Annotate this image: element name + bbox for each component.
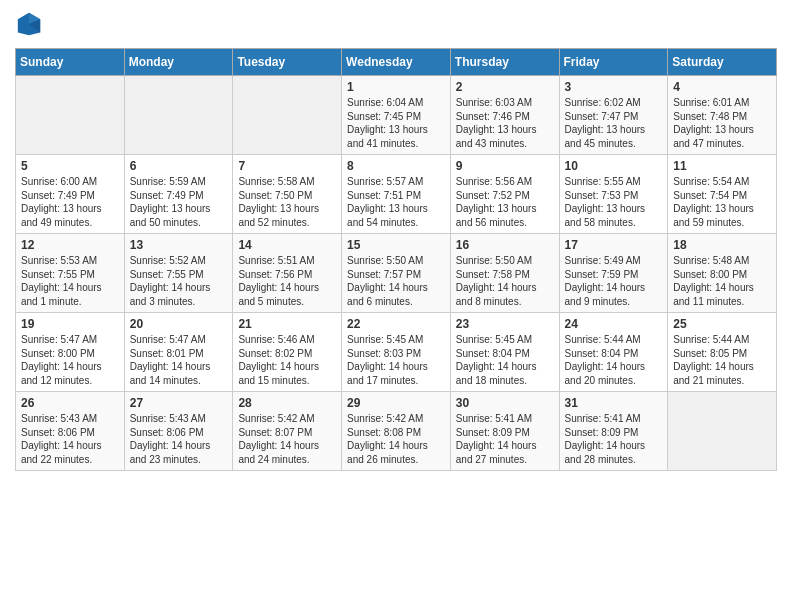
calendar-cell: 31Sunrise: 5:41 AM Sunset: 8:09 PM Dayli…	[559, 392, 668, 471]
day-number: 18	[673, 238, 771, 252]
calendar-cell: 23Sunrise: 5:45 AM Sunset: 8:04 PM Dayli…	[450, 313, 559, 392]
calendar-cell: 1Sunrise: 6:04 AM Sunset: 7:45 PM Daylig…	[342, 76, 451, 155]
calendar-cell	[668, 392, 777, 471]
day-number: 3	[565, 80, 663, 94]
day-info: Sunrise: 5:49 AM Sunset: 7:59 PM Dayligh…	[565, 254, 663, 308]
day-number: 28	[238, 396, 336, 410]
calendar-cell: 30Sunrise: 5:41 AM Sunset: 8:09 PM Dayli…	[450, 392, 559, 471]
day-info: Sunrise: 5:45 AM Sunset: 8:04 PM Dayligh…	[456, 333, 554, 387]
day-number: 2	[456, 80, 554, 94]
day-info: Sunrise: 5:52 AM Sunset: 7:55 PM Dayligh…	[130, 254, 228, 308]
day-info: Sunrise: 6:02 AM Sunset: 7:47 PM Dayligh…	[565, 96, 663, 150]
day-info: Sunrise: 5:55 AM Sunset: 7:53 PM Dayligh…	[565, 175, 663, 229]
day-number: 11	[673, 159, 771, 173]
calendar-cell: 6Sunrise: 5:59 AM Sunset: 7:49 PM Daylig…	[124, 155, 233, 234]
calendar-cell: 13Sunrise: 5:52 AM Sunset: 7:55 PM Dayli…	[124, 234, 233, 313]
day-info: Sunrise: 5:50 AM Sunset: 7:57 PM Dayligh…	[347, 254, 445, 308]
day-number: 15	[347, 238, 445, 252]
day-number: 16	[456, 238, 554, 252]
calendar-cell: 16Sunrise: 5:50 AM Sunset: 7:58 PM Dayli…	[450, 234, 559, 313]
calendar-week-row: 19Sunrise: 5:47 AM Sunset: 8:00 PM Dayli…	[16, 313, 777, 392]
day-number: 1	[347, 80, 445, 94]
day-number: 30	[456, 396, 554, 410]
day-info: Sunrise: 5:50 AM Sunset: 7:58 PM Dayligh…	[456, 254, 554, 308]
day-info: Sunrise: 5:54 AM Sunset: 7:54 PM Dayligh…	[673, 175, 771, 229]
day-number: 19	[21, 317, 119, 331]
logo-icon	[15, 10, 43, 38]
calendar-cell: 25Sunrise: 5:44 AM Sunset: 8:05 PM Dayli…	[668, 313, 777, 392]
calendar-week-row: 1Sunrise: 6:04 AM Sunset: 7:45 PM Daylig…	[16, 76, 777, 155]
calendar-cell: 3Sunrise: 6:02 AM Sunset: 7:47 PM Daylig…	[559, 76, 668, 155]
calendar-week-row: 26Sunrise: 5:43 AM Sunset: 8:06 PM Dayli…	[16, 392, 777, 471]
day-info: Sunrise: 6:03 AM Sunset: 7:46 PM Dayligh…	[456, 96, 554, 150]
day-number: 29	[347, 396, 445, 410]
calendar-table: SundayMondayTuesdayWednesdayThursdayFrid…	[15, 48, 777, 471]
day-info: Sunrise: 5:41 AM Sunset: 8:09 PM Dayligh…	[565, 412, 663, 466]
day-number: 6	[130, 159, 228, 173]
day-number: 21	[238, 317, 336, 331]
calendar-cell: 14Sunrise: 5:51 AM Sunset: 7:56 PM Dayli…	[233, 234, 342, 313]
calendar-cell: 20Sunrise: 5:47 AM Sunset: 8:01 PM Dayli…	[124, 313, 233, 392]
calendar-cell	[124, 76, 233, 155]
day-number: 7	[238, 159, 336, 173]
day-info: Sunrise: 5:44 AM Sunset: 8:04 PM Dayligh…	[565, 333, 663, 387]
day-info: Sunrise: 5:48 AM Sunset: 8:00 PM Dayligh…	[673, 254, 771, 308]
calendar-cell: 18Sunrise: 5:48 AM Sunset: 8:00 PM Dayli…	[668, 234, 777, 313]
day-info: Sunrise: 5:47 AM Sunset: 8:00 PM Dayligh…	[21, 333, 119, 387]
weekday-header: Friday	[559, 49, 668, 76]
calendar-cell: 28Sunrise: 5:42 AM Sunset: 8:07 PM Dayli…	[233, 392, 342, 471]
calendar-cell: 11Sunrise: 5:54 AM Sunset: 7:54 PM Dayli…	[668, 155, 777, 234]
calendar-cell: 29Sunrise: 5:42 AM Sunset: 8:08 PM Dayli…	[342, 392, 451, 471]
weekday-row: SundayMondayTuesdayWednesdayThursdayFrid…	[16, 49, 777, 76]
calendar-cell: 12Sunrise: 5:53 AM Sunset: 7:55 PM Dayli…	[16, 234, 125, 313]
day-info: Sunrise: 5:53 AM Sunset: 7:55 PM Dayligh…	[21, 254, 119, 308]
day-info: Sunrise: 5:46 AM Sunset: 8:02 PM Dayligh…	[238, 333, 336, 387]
calendar-cell: 19Sunrise: 5:47 AM Sunset: 8:00 PM Dayli…	[16, 313, 125, 392]
day-info: Sunrise: 5:41 AM Sunset: 8:09 PM Dayligh…	[456, 412, 554, 466]
calendar-cell: 21Sunrise: 5:46 AM Sunset: 8:02 PM Dayli…	[233, 313, 342, 392]
calendar-body: 1Sunrise: 6:04 AM Sunset: 7:45 PM Daylig…	[16, 76, 777, 471]
day-number: 25	[673, 317, 771, 331]
day-number: 12	[21, 238, 119, 252]
calendar-cell: 2Sunrise: 6:03 AM Sunset: 7:46 PM Daylig…	[450, 76, 559, 155]
day-info: Sunrise: 5:47 AM Sunset: 8:01 PM Dayligh…	[130, 333, 228, 387]
day-info: Sunrise: 5:51 AM Sunset: 7:56 PM Dayligh…	[238, 254, 336, 308]
day-number: 22	[347, 317, 445, 331]
calendar-cell: 10Sunrise: 5:55 AM Sunset: 7:53 PM Dayli…	[559, 155, 668, 234]
calendar-cell: 24Sunrise: 5:44 AM Sunset: 8:04 PM Dayli…	[559, 313, 668, 392]
calendar-cell: 9Sunrise: 5:56 AM Sunset: 7:52 PM Daylig…	[450, 155, 559, 234]
calendar-cell: 8Sunrise: 5:57 AM Sunset: 7:51 PM Daylig…	[342, 155, 451, 234]
calendar-cell: 7Sunrise: 5:58 AM Sunset: 7:50 PM Daylig…	[233, 155, 342, 234]
day-number: 31	[565, 396, 663, 410]
day-info: Sunrise: 5:57 AM Sunset: 7:51 PM Dayligh…	[347, 175, 445, 229]
day-info: Sunrise: 5:43 AM Sunset: 8:06 PM Dayligh…	[130, 412, 228, 466]
weekday-header: Monday	[124, 49, 233, 76]
day-number: 13	[130, 238, 228, 252]
calendar-cell: 15Sunrise: 5:50 AM Sunset: 7:57 PM Dayli…	[342, 234, 451, 313]
day-info: Sunrise: 5:59 AM Sunset: 7:49 PM Dayligh…	[130, 175, 228, 229]
weekday-header: Thursday	[450, 49, 559, 76]
day-info: Sunrise: 5:44 AM Sunset: 8:05 PM Dayligh…	[673, 333, 771, 387]
calendar-cell	[16, 76, 125, 155]
day-number: 10	[565, 159, 663, 173]
calendar-week-row: 5Sunrise: 6:00 AM Sunset: 7:49 PM Daylig…	[16, 155, 777, 234]
logo	[15, 10, 47, 38]
day-info: Sunrise: 5:43 AM Sunset: 8:06 PM Dayligh…	[21, 412, 119, 466]
page-container: SundayMondayTuesdayWednesdayThursdayFrid…	[0, 0, 792, 481]
day-number: 17	[565, 238, 663, 252]
weekday-header: Sunday	[16, 49, 125, 76]
calendar-week-row: 12Sunrise: 5:53 AM Sunset: 7:55 PM Dayli…	[16, 234, 777, 313]
day-number: 27	[130, 396, 228, 410]
day-info: Sunrise: 6:00 AM Sunset: 7:49 PM Dayligh…	[21, 175, 119, 229]
page-header	[15, 10, 777, 38]
day-number: 20	[130, 317, 228, 331]
day-number: 8	[347, 159, 445, 173]
day-info: Sunrise: 5:56 AM Sunset: 7:52 PM Dayligh…	[456, 175, 554, 229]
day-number: 9	[456, 159, 554, 173]
calendar-cell: 27Sunrise: 5:43 AM Sunset: 8:06 PM Dayli…	[124, 392, 233, 471]
day-number: 14	[238, 238, 336, 252]
day-info: Sunrise: 5:45 AM Sunset: 8:03 PM Dayligh…	[347, 333, 445, 387]
calendar-cell: 17Sunrise: 5:49 AM Sunset: 7:59 PM Dayli…	[559, 234, 668, 313]
day-info: Sunrise: 6:04 AM Sunset: 7:45 PM Dayligh…	[347, 96, 445, 150]
day-number: 23	[456, 317, 554, 331]
